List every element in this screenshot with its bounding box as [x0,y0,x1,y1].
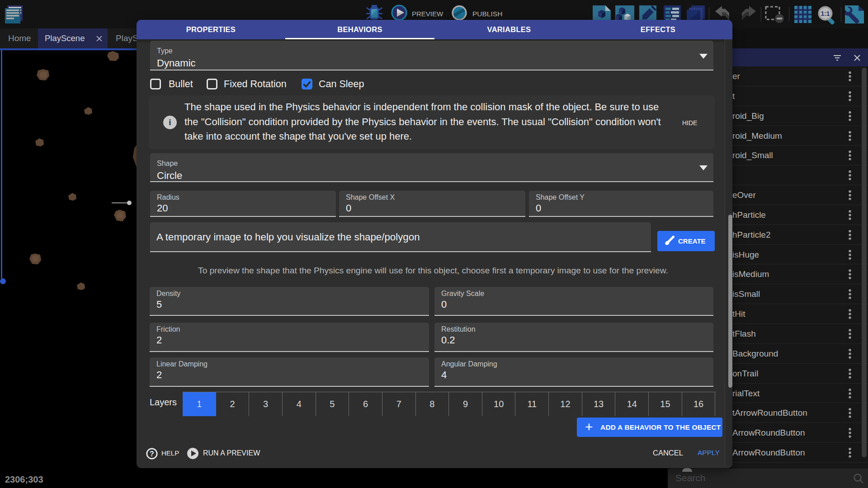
svg-text:1:1: 1:1 [821,10,830,17]
svg-text:?: ? [150,450,154,458]
